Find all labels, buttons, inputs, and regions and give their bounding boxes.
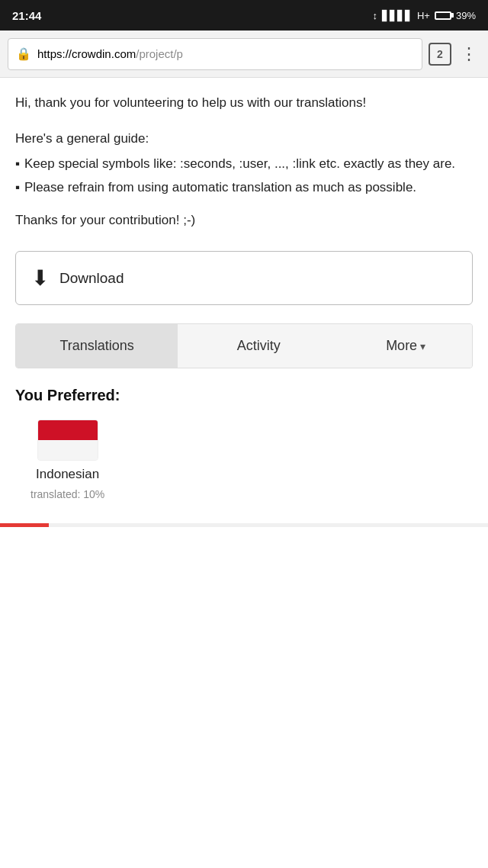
you-preferred-section: You Preferred: Indonesian translated: 10…: [15, 387, 473, 516]
bullet-icon-1: ▪: [15, 153, 20, 174]
flag-indonesia: [37, 420, 98, 461]
page-content: Hi, thank you for volunteering to help u…: [0, 78, 488, 516]
tab-translations[interactable]: Translations: [16, 324, 178, 368]
tab-more-label: More: [386, 338, 417, 354]
browser-menu-button[interactable]: ⋮: [458, 41, 480, 67]
flag-bottom-white: [38, 440, 98, 460]
thanks-paragraph: Thanks for your contribution! ;-): [15, 213, 473, 228]
guide-item-2: ▪ Please refrain from using automatic tr…: [15, 177, 473, 198]
bullet-icon-2: ▪: [15, 177, 20, 198]
url-bar[interactable]: 🔒 https://crowdin.com/project/p: [8, 38, 422, 70]
tab-activity[interactable]: Activity: [178, 324, 339, 368]
language-card-indonesian[interactable]: Indonesian translated: 10%: [30, 420, 104, 500]
guide-item-2-text: Please refrain from using automatic tran…: [24, 177, 416, 198]
network-bars-icon: ▋▋▋▋: [382, 10, 413, 21]
tab-count[interactable]: 2: [429, 43, 451, 66]
signal-icon: ↕: [372, 10, 377, 21]
lock-icon: 🔒: [16, 47, 31, 61]
time: 21:44: [12, 9, 41, 22]
status-icons: ↕ ▋▋▋▋ H+ 39%: [372, 10, 476, 21]
tabs-bar: Translations Activity More ▾: [15, 323, 473, 368]
battery-icon: [435, 11, 451, 20]
network-type: H+: [417, 10, 430, 21]
guide-item-1-text: Keep special symbols like: :seconds, :us…: [24, 153, 455, 174]
download-button[interactable]: ⬇ Download: [15, 251, 473, 305]
url-path: /project/p: [136, 47, 183, 60]
download-label: Download: [59, 270, 124, 287]
chevron-down-icon: ▾: [420, 340, 425, 352]
status-bar: 21:44 ↕ ▋▋▋▋ H+ 39%: [0, 0, 488, 31]
flag-top-red: [38, 420, 98, 440]
guide-section: Here's a general guide: ▪ Keep special s…: [15, 128, 473, 198]
url-text: https://crowdin.com/project/p: [37, 47, 183, 60]
url-host: https://crowdin.com: [37, 47, 136, 60]
intro-paragraph: Hi, thank you for volunteering to help u…: [15, 93, 473, 113]
download-icon: ⬇: [31, 265, 49, 291]
browser-bar: 🔒 https://crowdin.com/project/p 2 ⋮: [0, 31, 488, 78]
translation-progress-fill: [0, 523, 49, 527]
tab-more[interactable]: More ▾: [339, 324, 472, 368]
language-progress: translated: 10%: [30, 488, 104, 500]
guide-title: Here's a general guide:: [15, 128, 473, 149]
battery-percent: 39%: [456, 10, 476, 21]
translation-progress-bar: [0, 523, 488, 527]
language-name: Indonesian: [36, 467, 99, 482]
guide-item-1: ▪ Keep special symbols like: :seconds, :…: [15, 153, 473, 174]
section-title: You Preferred:: [15, 387, 473, 404]
